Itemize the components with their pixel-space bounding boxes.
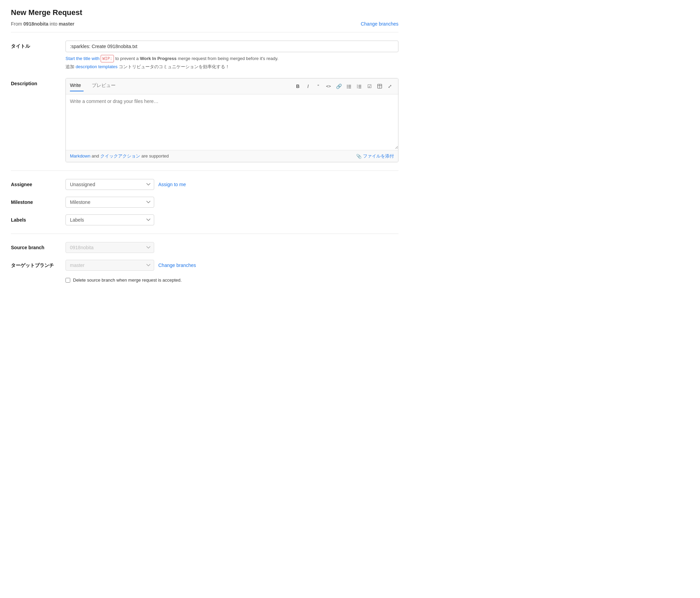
- title-row: タイトル Start the title with WIP: to preven…: [11, 41, 398, 70]
- target-branch-label: ターゲットブランチ: [11, 260, 65, 269]
- milestone-label: Milestone: [11, 197, 65, 205]
- description-footer: Markdown and クイックアクション are supported 📎 フ…: [66, 150, 398, 162]
- labels-label: Labels: [11, 214, 65, 223]
- branches-section: Source branch 0918nobita ターゲットブランチ maste…: [11, 242, 398, 283]
- assignee-select[interactable]: Unassigned: [65, 179, 154, 190]
- link-icon[interactable]: 🔗: [335, 82, 343, 90]
- description-footer-left: Markdown and クイックアクション are supported: [70, 153, 169, 159]
- template-hint: 追加 description templates コントリビュータのコミュニケー…: [65, 64, 398, 70]
- assign-to-me-link[interactable]: Assign to me: [158, 182, 186, 187]
- target-branch-label: master: [59, 21, 74, 27]
- wip-hint: Start the title with WIP: to prevent a W…: [65, 55, 398, 62]
- description-templates-link[interactable]: description templates: [76, 64, 118, 69]
- description-section: Description Write プレビュー B I “ <> 🔗: [11, 78, 398, 162]
- italic-icon[interactable]: I: [304, 82, 312, 90]
- labels-select[interactable]: Labels: [65, 214, 154, 225]
- milestone-content: Milestone: [65, 197, 398, 208]
- tab-write[interactable]: Write: [70, 81, 84, 91]
- source-branch-label: Source branch: [11, 242, 65, 250]
- assign-row: Unassigned Assign to me: [65, 179, 398, 190]
- section-divider-1: [11, 170, 398, 171]
- change-branches-link[interactable]: Change branches: [158, 263, 196, 268]
- table-icon[interactable]: [376, 82, 384, 90]
- change-branches-header-link[interactable]: Change branches: [361, 21, 398, 27]
- quick-actions-link[interactable]: クイックアクション: [100, 153, 140, 159]
- header-divider: [11, 32, 398, 32]
- svg-text:3.: 3.: [357, 87, 358, 89]
- milestone-row: Milestone Milestone: [11, 197, 398, 208]
- svg-point-2: [347, 86, 348, 87]
- attach-file-link[interactable]: 📎 ファイルを添付: [356, 153, 394, 159]
- branch-info: From 0918nobita into master Change branc…: [11, 21, 398, 27]
- source-branch-row: Source branch 0918nobita: [11, 242, 398, 253]
- delete-source-checkbox[interactable]: [65, 278, 70, 283]
- svg-point-4: [347, 88, 348, 88]
- wip-start-link[interactable]: Start the title with: [65, 56, 100, 61]
- assignee-row: Assignee Unassigned Assign to me: [11, 179, 398, 190]
- labels-row: Labels Labels: [11, 214, 398, 225]
- source-branch-label: 0918nobita: [24, 21, 48, 27]
- toolbar-icons: B I “ <> 🔗: [294, 82, 394, 90]
- assignee-label: Assignee: [11, 179, 65, 187]
- bullet-list-icon[interactable]: [345, 82, 353, 90]
- delete-source-row: Delete source branch when merge request …: [11, 278, 398, 283]
- bold-icon[interactable]: B: [294, 82, 302, 90]
- description-label: Description: [11, 78, 65, 86]
- number-list-icon[interactable]: 1. 2. 3.: [355, 82, 363, 90]
- target-branch-assign-row: master Change branches: [65, 260, 398, 271]
- description-box: Write プレビュー B I “ <> 🔗: [65, 78, 398, 162]
- title-input[interactable]: [65, 41, 398, 52]
- description-content: Write プレビュー B I “ <> 🔗: [65, 78, 398, 162]
- section-divider-2: [11, 234, 398, 234]
- markdown-link[interactable]: Markdown: [70, 153, 90, 159]
- title-section: タイトル Start the title with WIP: to preven…: [11, 41, 398, 70]
- title-content: Start the title with WIP: to prevent a W…: [65, 41, 398, 70]
- quote-icon[interactable]: “: [314, 82, 322, 90]
- task-list-icon[interactable]: ☑: [365, 82, 374, 90]
- assignee-section: Assignee Unassigned Assign to me Milesto…: [11, 179, 398, 225]
- attach-icon: 📎: [356, 154, 362, 159]
- assignee-content: Unassigned Assign to me: [65, 179, 398, 190]
- code-icon[interactable]: <>: [324, 82, 333, 90]
- source-branch-content: 0918nobita: [65, 242, 398, 253]
- title-label: タイトル: [11, 41, 65, 49]
- expand-icon[interactable]: ⤢: [386, 82, 394, 90]
- wip-badge: WIP:: [101, 55, 114, 62]
- target-branch-row: ターゲットブランチ master Change branches: [11, 260, 398, 271]
- delete-source-label[interactable]: Delete source branch when merge request …: [73, 278, 182, 283]
- description-toolbar: Write プレビュー B I “ <> 🔗: [66, 78, 398, 94]
- source-branch-select[interactable]: 0918nobita: [65, 242, 154, 253]
- page-title: New Merge Request: [11, 8, 398, 17]
- target-branch-select[interactable]: master: [65, 260, 154, 271]
- tab-preview[interactable]: プレビュー: [89, 81, 118, 91]
- target-branch-content: master Change branches: [65, 260, 398, 271]
- branch-from-into: From 0918nobita into master: [11, 21, 74, 27]
- svg-point-0: [347, 85, 348, 86]
- milestone-select[interactable]: Milestone: [65, 197, 154, 208]
- description-textarea[interactable]: [66, 94, 398, 149]
- labels-content: Labels: [65, 214, 398, 225]
- description-row: Description Write プレビュー B I “ <> 🔗: [11, 78, 398, 162]
